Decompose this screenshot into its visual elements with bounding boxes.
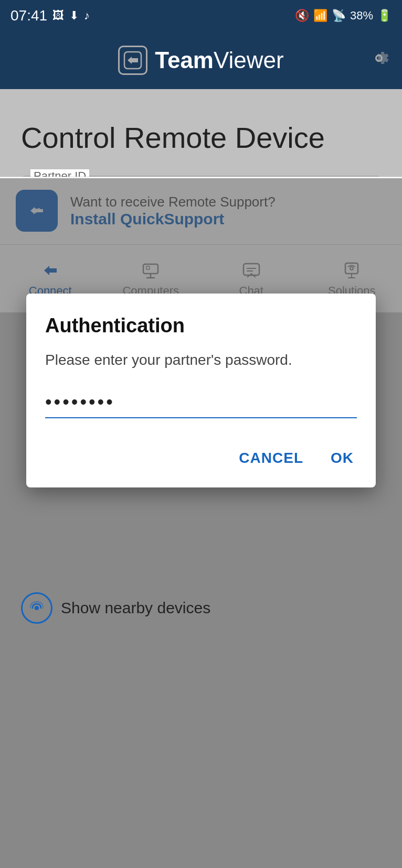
logo-icon (118, 46, 147, 75)
mute-icon: 🔇 (295, 9, 309, 23)
app-logo: TeamViewer (118, 46, 283, 75)
svg-point-1 (35, 606, 39, 610)
nearby-icon (21, 592, 52, 624)
download-icon: ⬇ (69, 9, 79, 23)
nearby-text: Show nearby devices (61, 599, 210, 617)
nearby-devices-row[interactable]: Show nearby devices (21, 592, 381, 624)
authentication-dialog: Authentication Please enter your partner… (26, 294, 376, 487)
tiktok-icon: ♪ (84, 9, 90, 23)
wifi-icon: 📶 (313, 9, 327, 23)
dialog-buttons: CANCEL OK (45, 439, 357, 472)
app-name: TeamViewer (155, 47, 283, 73)
image-icon: 🖼 (52, 9, 64, 23)
dialog-message: Please enter your partner's password. (45, 350, 357, 370)
battery-icon: 🔋 (377, 9, 392, 23)
cancel-button[interactable]: CANCEL (236, 444, 306, 472)
password-input[interactable] (45, 391, 357, 413)
status-time: 07:41 (10, 7, 47, 24)
top-nav: TeamViewer (0, 31, 402, 89)
battery-text: 38% (350, 9, 373, 23)
dialog-overlay (0, 178, 402, 312)
ok-button[interactable]: OK (327, 444, 357, 472)
status-bar: 07:41 🖼 ⬇ ♪ 🔇 📶 📡 38% 🔋 (0, 0, 402, 31)
settings-icon[interactable] (368, 48, 389, 73)
password-input-container (45, 391, 357, 418)
dialog-title: Authentication (45, 314, 357, 337)
page-title: Control Remote Device (21, 121, 381, 155)
signal-icon: 📡 (332, 9, 346, 23)
